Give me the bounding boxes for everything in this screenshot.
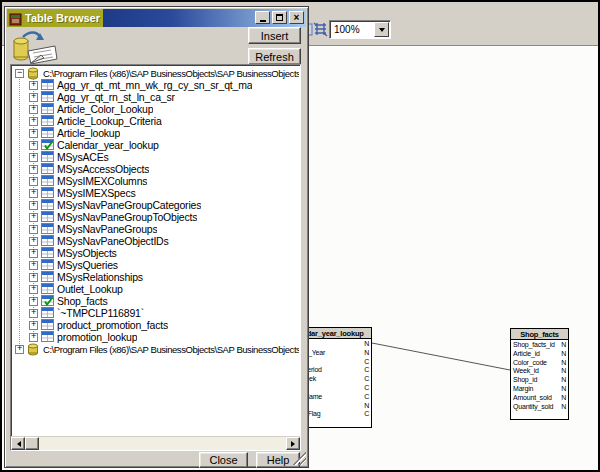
- tree-item[interactable]: + Agg_yr_qt_mt_mn_wk_rg_cy_sn_sr_qt_ma: [13, 79, 299, 91]
- resize-grip[interactable]: [293, 452, 306, 465]
- tree-item[interactable]: + Agg_yr_qt_rn_st_ln_ca_sr: [13, 91, 299, 103]
- expand-toggle[interactable]: +: [29, 225, 38, 234]
- tree-h-scrollbar[interactable]: [11, 436, 300, 450]
- column-type: N: [561, 403, 566, 412]
- expand-toggle[interactable]: +: [29, 237, 38, 246]
- tree-item-label: MSysObjects: [57, 247, 117, 259]
- tree-item[interactable]: + product_promotion_facts: [13, 319, 299, 331]
- column-name: Amount_sold: [513, 394, 552, 403]
- schema-table[interactable]: Shop_facts Shop_facts_idNArticle_idNColo…: [510, 328, 569, 420]
- column-type: C: [364, 393, 369, 402]
- tree-item-label: MSysIMEXSpecs: [57, 187, 136, 199]
- column-type: N: [561, 350, 566, 359]
- tree-item[interactable]: + Article_lookup: [13, 127, 299, 139]
- tree-item[interactable]: + MSysQueries: [13, 259, 299, 271]
- table-tree: − C:\Program Files (x86)\SAP BusinessObj…: [13, 67, 299, 435]
- expand-toggle[interactable]: +: [29, 81, 38, 90]
- column-type: N: [364, 349, 369, 358]
- expand-toggle[interactable]: +: [29, 201, 38, 210]
- minimize-button[interactable]: [255, 11, 270, 24]
- dialog-close-x-button[interactable]: ×: [289, 11, 304, 24]
- maximize-button[interactable]: [272, 11, 287, 24]
- expand-toggle[interactable]: −: [15, 69, 24, 78]
- column-name: Shop_facts_id: [513, 341, 555, 350]
- tree-item[interactable]: + MSysAccessObjects: [13, 163, 299, 175]
- tree-item[interactable]: + MSysObjects: [13, 247, 299, 259]
- tree-item[interactable]: + MSysIMEXColumns: [13, 175, 299, 187]
- expand-toggle[interactable]: +: [29, 285, 38, 294]
- expand-toggle[interactable]: +: [29, 105, 38, 114]
- table-browser-app-icon: [9, 12, 22, 25]
- tree-item[interactable]: − C:\Program Files (x86)\SAP BusinessObj…: [13, 67, 299, 79]
- tree-item[interactable]: + Calendar_year_lookup: [13, 139, 299, 151]
- tree-item-label: MSysNavPaneObjectIDs: [57, 235, 169, 247]
- tree-item[interactable]: + Shop_facts: [13, 295, 299, 307]
- tree-item[interactable]: + MSysACEs: [13, 151, 299, 163]
- schema-column[interactable]: Shop_idN: [511, 376, 568, 385]
- schema-column[interactable]: Shop_facts_idN: [511, 341, 568, 350]
- close-button[interactable]: Close: [199, 452, 248, 468]
- tree-item-label: MSysNavPaneGroups: [57, 223, 157, 235]
- column-name: Color_code: [513, 359, 547, 368]
- expand-toggle[interactable]: +: [29, 297, 38, 306]
- expand-toggle[interactable]: +: [29, 93, 38, 102]
- tree-item-label: Shop_facts: [57, 295, 108, 307]
- expand-toggle[interactable]: +: [29, 273, 38, 282]
- expand-toggle[interactable]: +: [29, 141, 38, 150]
- schema-table-columns: Shop_facts_idNArticle_idNColor_codeNWeek…: [511, 340, 568, 419]
- tree-item[interactable]: + C:\Program Files (x86)\SAP BusinessObj…: [13, 343, 299, 355]
- tree-item[interactable]: + MSysNavPaneGroupCategories: [13, 199, 299, 211]
- expand-toggle[interactable]: +: [29, 249, 38, 258]
- tree-item-label: Calendar_year_lookup: [57, 139, 159, 151]
- tree-item[interactable]: + MSysRelationships: [13, 271, 299, 283]
- column-type: N: [561, 367, 566, 376]
- table-browser-dialog: Table Browser × Insert Refresh: [4, 6, 309, 468]
- schema-column[interactable]: Amount_soldN: [511, 394, 568, 403]
- schema-column[interactable]: MarginN: [511, 385, 568, 394]
- table-tree-panel: − C:\Program Files (x86)\SAP BusinessObj…: [10, 64, 301, 451]
- join-line[interactable]: [372, 343, 510, 370]
- tree-item-label: C:\Program Files (x86)\SAP BusinessObjec…: [43, 344, 299, 355]
- schema-column[interactable]: Article_idN: [511, 350, 568, 359]
- scroll-left-button[interactable]: [11, 437, 25, 450]
- expand-toggle[interactable]: +: [15, 345, 24, 354]
- column-name: Margin: [513, 385, 533, 394]
- expand-toggle[interactable]: +: [29, 321, 38, 330]
- scroll-track[interactable]: [39, 437, 286, 450]
- tree-item[interactable]: + MSysNavPaneGroupToObjects: [13, 211, 299, 223]
- expand-toggle[interactable]: +: [29, 189, 38, 198]
- tree-item-label: MSysAccessObjects: [57, 163, 149, 175]
- tree-item[interactable]: + MSysNavPaneGroups: [13, 223, 299, 235]
- tree-item[interactable]: + MSysNavPaneObjectIDs: [13, 235, 299, 247]
- tree-item[interactable]: + Outlet_Lookup: [13, 283, 299, 295]
- expand-toggle[interactable]: +: [29, 177, 38, 186]
- schema-column[interactable]: Color_codeN: [511, 359, 568, 368]
- expand-toggle[interactable]: +: [29, 117, 38, 126]
- expand-toggle[interactable]: +: [29, 165, 38, 174]
- schema-column[interactable]: Quantity_soldN: [511, 403, 568, 412]
- tree-item[interactable]: + promotion_lookup: [13, 331, 299, 343]
- column-name: Week_id: [513, 367, 539, 376]
- tree-item[interactable]: + Article_Lookup_Criteria: [13, 115, 299, 127]
- column-type: C: [364, 358, 369, 367]
- column-type: N: [561, 376, 566, 385]
- schema-table-title[interactable]: Shop_facts: [511, 329, 568, 340]
- tree-item[interactable]: + Article_Color_Lookup: [13, 103, 299, 115]
- expand-toggle[interactable]: +: [29, 129, 38, 138]
- expand-toggle[interactable]: +: [29, 213, 38, 222]
- tree-item[interactable]: + `~TMPCLP116891`: [13, 307, 299, 319]
- expand-toggle[interactable]: +: [29, 261, 38, 270]
- insert-button[interactable]: Insert: [248, 27, 301, 44]
- expand-toggle[interactable]: +: [29, 153, 38, 162]
- close-icon: ×: [294, 13, 300, 23]
- column-type: N: [364, 402, 369, 411]
- arrow-left-icon: [14, 441, 21, 447]
- scroll-right-button[interactable]: [286, 437, 300, 450]
- refresh-button[interactable]: Refresh: [248, 48, 301, 65]
- tree-item[interactable]: + MSysIMEXSpecs: [13, 187, 299, 199]
- dialog-titlebar[interactable]: Table Browser ×: [7, 9, 306, 27]
- schema-column[interactable]: Week_idN: [511, 367, 568, 376]
- scroll-thumb[interactable]: [25, 437, 39, 450]
- expand-toggle[interactable]: +: [29, 309, 38, 318]
- expand-toggle[interactable]: +: [29, 333, 38, 342]
